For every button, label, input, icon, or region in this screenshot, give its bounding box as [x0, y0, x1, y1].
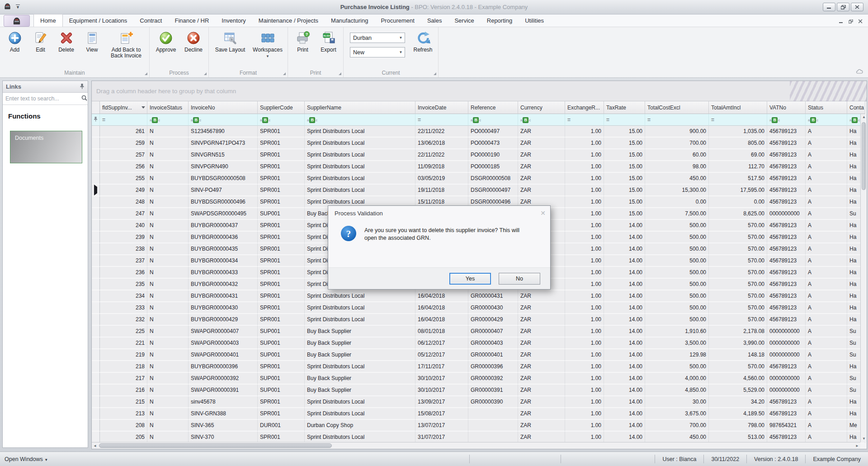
- child-minimize-button[interactable]: [839, 17, 843, 25]
- view-button[interactable]: View: [79, 29, 105, 53]
- group-launcher-icon[interactable]: [145, 72, 147, 75]
- group-launcher-icon[interactable]: [283, 72, 286, 75]
- tab-utilities[interactable]: Utilities: [519, 14, 550, 27]
- table-row[interactable]: 259NSINVPGRN471PO473SPR001Sprint Distrib…: [92, 138, 865, 149]
- filter-cell[interactable]: aBc: [468, 114, 518, 126]
- dialog-close-icon[interactable]: ✕: [540, 209, 546, 217]
- table-row[interactable]: 234NBUYBGR00000431SPR001Sprint Distribut…: [92, 290, 865, 302]
- horizontal-scrollbar[interactable]: ◄ ►: [92, 442, 860, 449]
- filter-cell[interactable]: =: [604, 114, 645, 126]
- decline-button[interactable]: Decline: [180, 29, 207, 53]
- table-row[interactable]: 216NSWAPGR00000391SUP001Buy Back Supplie…: [92, 385, 865, 396]
- open-windows-dropdown[interactable]: Open Windows ▼: [0, 456, 48, 462]
- table-row[interactable]: 218NBUYBGR00000396SPR001Sprint Distribut…: [92, 361, 865, 373]
- search-icon[interactable]: [81, 95, 88, 103]
- group-by-bar[interactable]: Drag a column header here to group by th…: [92, 81, 867, 101]
- filter-cell[interactable]: =: [645, 114, 709, 126]
- table-row[interactable]: 219NSWAPGR00000401SUP001Buy Back Supplie…: [92, 349, 865, 361]
- approve-button[interactable]: Approve: [151, 29, 180, 53]
- table-row[interactable]: 232NBUYBGR00000429SPR001Sprint Distribut…: [92, 314, 865, 326]
- close-button[interactable]: [851, 3, 863, 11]
- table-row[interactable]: 215Nsinv45678SPR001Sprint Distributors L…: [92, 396, 865, 408]
- tab-reporting[interactable]: Reporting: [481, 14, 519, 27]
- scroll-down-icon[interactable]: ▼: [861, 436, 867, 442]
- column-header-invoiceno[interactable]: InvoiceNo: [189, 101, 258, 114]
- tab-equipment-locations[interactable]: Equipment / Locations: [63, 14, 134, 27]
- filter-cell[interactable]: =: [565, 114, 604, 126]
- table-row[interactable]: 225NSWAPGR00000407SUP001Buy Back Supplie…: [92, 326, 865, 338]
- column-header-taxrate[interactable]: TaxRate: [604, 101, 645, 114]
- print-button[interactable]: ? Print: [290, 29, 316, 53]
- filter-cell[interactable]: aBc: [767, 114, 806, 126]
- column-header-invoicestatus[interactable]: InvoiceStatus: [147, 101, 189, 114]
- vertical-scrollbar-thumb[interactable]: [862, 122, 866, 190]
- add-button[interactable]: Add: [2, 29, 28, 53]
- edit-button[interactable]: Edit: [28, 29, 53, 53]
- table-row[interactable]: 213NSINV-GRN388SPR001Sprint Distributors…: [92, 408, 865, 420]
- site-combobox[interactable]: Durban▼: [350, 33, 405, 43]
- table-row[interactable]: 233NBUYBGR00000430SPR001Sprint Distribut…: [92, 302, 865, 314]
- table-row[interactable]: 255NBUYBDSGR00000508SPR001Sprint Distrib…: [92, 173, 865, 185]
- tab-contract[interactable]: Contract: [133, 14, 168, 27]
- combobox-dropdown-icon[interactable]: ▼: [397, 36, 405, 40]
- column-header-suppliername[interactable]: SupplierName: [305, 101, 415, 114]
- filter-cell[interactable]: aBc: [305, 114, 415, 126]
- scroll-left-icon[interactable]: ◄: [92, 442, 98, 449]
- column-header-suppliercode[interactable]: SupplierCode: [258, 101, 305, 114]
- group-launcher-icon[interactable]: [204, 72, 207, 75]
- minimize-button[interactable]: [823, 3, 835, 11]
- tab-service[interactable]: Service: [448, 14, 480, 27]
- export-button[interactable]: XLSX Export: [316, 29, 341, 53]
- table-row[interactable]: 261NS1234567890SPR001Sprint Distributors…: [92, 126, 865, 138]
- ribbon-collapse-icon[interactable]: [856, 68, 863, 76]
- tab-manufacturing[interactable]: Manufacturing: [325, 14, 374, 27]
- refresh-button[interactable]: Refresh: [410, 29, 436, 53]
- filter-cell[interactable]: aBc: [147, 114, 189, 126]
- column-header-reference[interactable]: Reference: [468, 101, 518, 114]
- child-close-button[interactable]: [859, 17, 863, 25]
- application-menu-button[interactable]: [4, 15, 30, 27]
- no-button[interactable]: No: [499, 273, 540, 285]
- documents-button[interactable]: Documents: [10, 131, 82, 163]
- pin-icon[interactable]: [80, 83, 85, 90]
- tab-home[interactable]: Home: [33, 14, 63, 27]
- column-header-vatno[interactable]: VATNo: [767, 101, 806, 114]
- table-row[interactable]: 221NSWAPGR00000403SUP001Buy Back Supplie…: [92, 338, 865, 349]
- column-header-exchanger[interactable]: ExchangeR...: [565, 101, 604, 114]
- combobox-dropdown-icon[interactable]: ▼: [397, 50, 405, 54]
- table-row[interactable]: 249NSINV-PO497SPR001Sprint Distributors …: [92, 185, 865, 196]
- filter-cell[interactable]: =: [709, 114, 767, 126]
- column-header-fldsuppinv[interactable]: fldSuppInv...: [100, 101, 147, 114]
- workspaces-button[interactable]: Workspaces ▼: [250, 29, 286, 58]
- yes-button[interactable]: Yes: [449, 273, 491, 285]
- table-row[interactable]: 257NSINVGRN515SPR001Sprint Distributors …: [92, 149, 865, 161]
- tab-maintenance-projects[interactable]: Maintenance / Projects: [252, 14, 325, 27]
- column-header-status[interactable]: Status: [806, 101, 847, 114]
- scroll-right-icon[interactable]: ►: [854, 442, 860, 449]
- save-layout-button[interactable]: Save Layout: [211, 29, 250, 53]
- filter-cell[interactable]: aBc: [258, 114, 305, 126]
- filter-cell[interactable]: =: [100, 114, 147, 126]
- filter-cell[interactable]: aBc: [518, 114, 565, 126]
- vertical-scrollbar[interactable]: ▲ ▼: [860, 114, 867, 442]
- filter-cell[interactable]: =: [415, 114, 468, 126]
- tab-procurement[interactable]: Procurement: [374, 14, 420, 27]
- filter-cell[interactable]: aBc: [806, 114, 847, 126]
- restore-button[interactable]: [837, 3, 849, 11]
- column-header-totalamtincl[interactable]: TotalAmtIncl: [709, 101, 767, 114]
- filter-cell[interactable]: aBc: [189, 114, 258, 126]
- tab-inventory[interactable]: Inventory: [215, 14, 252, 27]
- group-launcher-icon[interactable]: [339, 72, 341, 75]
- search-input[interactable]: [3, 93, 81, 105]
- scroll-up-icon[interactable]: ▲: [861, 114, 867, 120]
- column-header-conta[interactable]: Conta: [847, 101, 865, 114]
- horizontal-scrollbar-thumb[interactable]: [99, 443, 332, 448]
- column-header-totalcostexcl[interactable]: TotalCostExcl: [645, 101, 709, 114]
- add-back-to-back-invoice-button[interactable]: Add Back to Back Invoice: [105, 29, 147, 59]
- table-row[interactable]: 256NSINVPGRN490SPR001Sprint Distributors…: [92, 161, 865, 173]
- table-row[interactable]: 217NSWAPGR00000392SUP001Buy Back Supplie…: [92, 373, 865, 385]
- status-combobox[interactable]: New▼: [350, 47, 405, 57]
- tab-finance-hr[interactable]: Finance / HR: [168, 14, 215, 27]
- column-header-currency[interactable]: Currency: [518, 101, 565, 114]
- tab-sales[interactable]: Sales: [421, 14, 448, 27]
